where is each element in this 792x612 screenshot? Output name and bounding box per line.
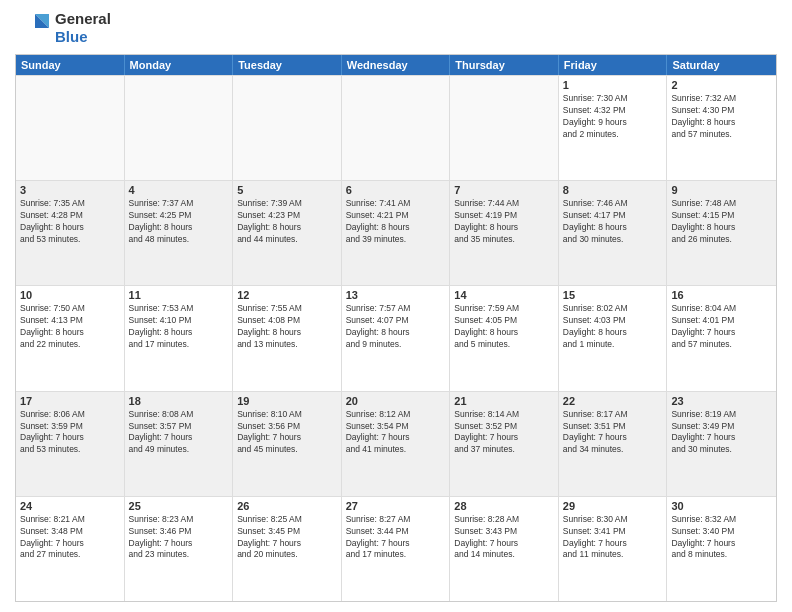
calendar-cell: 16Sunrise: 8:04 AM Sunset: 4:01 PM Dayli… bbox=[667, 286, 776, 390]
calendar-cell: 22Sunrise: 8:17 AM Sunset: 3:51 PM Dayli… bbox=[559, 392, 668, 496]
day-info: Sunrise: 7:37 AM Sunset: 4:25 PM Dayligh… bbox=[129, 198, 229, 246]
day-number: 13 bbox=[346, 289, 446, 301]
day-number: 23 bbox=[671, 395, 772, 407]
day-info: Sunrise: 7:46 AM Sunset: 4:17 PM Dayligh… bbox=[563, 198, 663, 246]
calendar-cell-empty bbox=[16, 76, 125, 180]
day-info: Sunrise: 8:28 AM Sunset: 3:43 PM Dayligh… bbox=[454, 514, 554, 562]
day-number: 30 bbox=[671, 500, 772, 512]
day-number: 25 bbox=[129, 500, 229, 512]
logo-wordmark: General Blue bbox=[55, 10, 111, 45]
calendar-cell: 3Sunrise: 7:35 AM Sunset: 4:28 PM Daylig… bbox=[16, 181, 125, 285]
calendar-cell: 11Sunrise: 7:53 AM Sunset: 4:10 PM Dayli… bbox=[125, 286, 234, 390]
day-number: 8 bbox=[563, 184, 663, 196]
logo: General Blue bbox=[15, 10, 111, 46]
day-info: Sunrise: 7:59 AM Sunset: 4:05 PM Dayligh… bbox=[454, 303, 554, 351]
day-info: Sunrise: 8:27 AM Sunset: 3:44 PM Dayligh… bbox=[346, 514, 446, 562]
day-number: 28 bbox=[454, 500, 554, 512]
calendar-cell: 18Sunrise: 8:08 AM Sunset: 3:57 PM Dayli… bbox=[125, 392, 234, 496]
day-info: Sunrise: 8:08 AM Sunset: 3:57 PM Dayligh… bbox=[129, 409, 229, 457]
calendar-cell: 20Sunrise: 8:12 AM Sunset: 3:54 PM Dayli… bbox=[342, 392, 451, 496]
calendar-header-cell: Thursday bbox=[450, 55, 559, 75]
day-number: 11 bbox=[129, 289, 229, 301]
calendar-header-cell: Friday bbox=[559, 55, 668, 75]
day-number: 26 bbox=[237, 500, 337, 512]
calendar-cell-empty bbox=[450, 76, 559, 180]
calendar-cell: 21Sunrise: 8:14 AM Sunset: 3:52 PM Dayli… bbox=[450, 392, 559, 496]
day-number: 15 bbox=[563, 289, 663, 301]
day-info: Sunrise: 8:10 AM Sunset: 3:56 PM Dayligh… bbox=[237, 409, 337, 457]
calendar-cell: 29Sunrise: 8:30 AM Sunset: 3:41 PM Dayli… bbox=[559, 497, 668, 601]
calendar-cell: 13Sunrise: 7:57 AM Sunset: 4:07 PM Dayli… bbox=[342, 286, 451, 390]
logo-blue-text: Blue bbox=[55, 28, 88, 45]
day-number: 4 bbox=[129, 184, 229, 196]
page: General Blue SundayMondayTuesdayWednesda… bbox=[0, 0, 792, 612]
day-number: 14 bbox=[454, 289, 554, 301]
calendar-cell: 27Sunrise: 8:27 AM Sunset: 3:44 PM Dayli… bbox=[342, 497, 451, 601]
calendar-cell: 30Sunrise: 8:32 AM Sunset: 3:40 PM Dayli… bbox=[667, 497, 776, 601]
day-info: Sunrise: 7:50 AM Sunset: 4:13 PM Dayligh… bbox=[20, 303, 120, 351]
day-info: Sunrise: 8:02 AM Sunset: 4:03 PM Dayligh… bbox=[563, 303, 663, 351]
logo-general-text: General bbox=[55, 10, 111, 27]
calendar-header-cell: Monday bbox=[125, 55, 234, 75]
calendar-cell: 8Sunrise: 7:46 AM Sunset: 4:17 PM Daylig… bbox=[559, 181, 668, 285]
calendar-row: 17Sunrise: 8:06 AM Sunset: 3:59 PM Dayli… bbox=[16, 391, 776, 496]
day-info: Sunrise: 8:14 AM Sunset: 3:52 PM Dayligh… bbox=[454, 409, 554, 457]
logo-svg bbox=[15, 10, 51, 46]
header: General Blue bbox=[15, 10, 777, 46]
calendar-cell: 10Sunrise: 7:50 AM Sunset: 4:13 PM Dayli… bbox=[16, 286, 125, 390]
day-info: Sunrise: 7:55 AM Sunset: 4:08 PM Dayligh… bbox=[237, 303, 337, 351]
day-number: 9 bbox=[671, 184, 772, 196]
calendar-cell: 1Sunrise: 7:30 AM Sunset: 4:32 PM Daylig… bbox=[559, 76, 668, 180]
day-info: Sunrise: 8:12 AM Sunset: 3:54 PM Dayligh… bbox=[346, 409, 446, 457]
calendar-cell-empty bbox=[342, 76, 451, 180]
day-info: Sunrise: 8:21 AM Sunset: 3:48 PM Dayligh… bbox=[20, 514, 120, 562]
calendar-cell: 2Sunrise: 7:32 AM Sunset: 4:30 PM Daylig… bbox=[667, 76, 776, 180]
day-number: 29 bbox=[563, 500, 663, 512]
calendar-cell: 15Sunrise: 8:02 AM Sunset: 4:03 PM Dayli… bbox=[559, 286, 668, 390]
calendar-cell: 19Sunrise: 8:10 AM Sunset: 3:56 PM Dayli… bbox=[233, 392, 342, 496]
day-number: 10 bbox=[20, 289, 120, 301]
day-number: 27 bbox=[346, 500, 446, 512]
day-info: Sunrise: 8:04 AM Sunset: 4:01 PM Dayligh… bbox=[671, 303, 772, 351]
calendar-cell-empty bbox=[233, 76, 342, 180]
day-info: Sunrise: 7:32 AM Sunset: 4:30 PM Dayligh… bbox=[671, 93, 772, 141]
calendar-cell: 23Sunrise: 8:19 AM Sunset: 3:49 PM Dayli… bbox=[667, 392, 776, 496]
calendar-cell: 17Sunrise: 8:06 AM Sunset: 3:59 PM Dayli… bbox=[16, 392, 125, 496]
calendar-cell: 26Sunrise: 8:25 AM Sunset: 3:45 PM Dayli… bbox=[233, 497, 342, 601]
day-info: Sunrise: 7:48 AM Sunset: 4:15 PM Dayligh… bbox=[671, 198, 772, 246]
calendar-header: SundayMondayTuesdayWednesdayThursdayFrid… bbox=[16, 55, 776, 75]
day-info: Sunrise: 7:53 AM Sunset: 4:10 PM Dayligh… bbox=[129, 303, 229, 351]
calendar-cell: 14Sunrise: 7:59 AM Sunset: 4:05 PM Dayli… bbox=[450, 286, 559, 390]
calendar-row: 1Sunrise: 7:30 AM Sunset: 4:32 PM Daylig… bbox=[16, 75, 776, 180]
day-info: Sunrise: 7:41 AM Sunset: 4:21 PM Dayligh… bbox=[346, 198, 446, 246]
day-info: Sunrise: 8:17 AM Sunset: 3:51 PM Dayligh… bbox=[563, 409, 663, 457]
calendar-body: 1Sunrise: 7:30 AM Sunset: 4:32 PM Daylig… bbox=[16, 75, 776, 601]
calendar-header-cell: Wednesday bbox=[342, 55, 451, 75]
day-info: Sunrise: 7:35 AM Sunset: 4:28 PM Dayligh… bbox=[20, 198, 120, 246]
calendar-header-cell: Tuesday bbox=[233, 55, 342, 75]
calendar-cell: 6Sunrise: 7:41 AM Sunset: 4:21 PM Daylig… bbox=[342, 181, 451, 285]
calendar-cell: 9Sunrise: 7:48 AM Sunset: 4:15 PM Daylig… bbox=[667, 181, 776, 285]
day-number: 18 bbox=[129, 395, 229, 407]
day-number: 19 bbox=[237, 395, 337, 407]
calendar-cell: 28Sunrise: 8:28 AM Sunset: 3:43 PM Dayli… bbox=[450, 497, 559, 601]
calendar-header-cell: Sunday bbox=[16, 55, 125, 75]
calendar: SundayMondayTuesdayWednesdayThursdayFrid… bbox=[15, 54, 777, 602]
calendar-header-cell: Saturday bbox=[667, 55, 776, 75]
calendar-cell: 25Sunrise: 8:23 AM Sunset: 3:46 PM Dayli… bbox=[125, 497, 234, 601]
day-number: 20 bbox=[346, 395, 446, 407]
day-info: Sunrise: 8:32 AM Sunset: 3:40 PM Dayligh… bbox=[671, 514, 772, 562]
day-number: 12 bbox=[237, 289, 337, 301]
day-info: Sunrise: 7:44 AM Sunset: 4:19 PM Dayligh… bbox=[454, 198, 554, 246]
day-number: 5 bbox=[237, 184, 337, 196]
calendar-row: 3Sunrise: 7:35 AM Sunset: 4:28 PM Daylig… bbox=[16, 180, 776, 285]
day-number: 1 bbox=[563, 79, 663, 91]
calendar-cell-empty bbox=[125, 76, 234, 180]
calendar-cell: 7Sunrise: 7:44 AM Sunset: 4:19 PM Daylig… bbox=[450, 181, 559, 285]
day-info: Sunrise: 7:30 AM Sunset: 4:32 PM Dayligh… bbox=[563, 93, 663, 141]
day-info: Sunrise: 7:39 AM Sunset: 4:23 PM Dayligh… bbox=[237, 198, 337, 246]
day-info: Sunrise: 8:19 AM Sunset: 3:49 PM Dayligh… bbox=[671, 409, 772, 457]
calendar-cell: 5Sunrise: 7:39 AM Sunset: 4:23 PM Daylig… bbox=[233, 181, 342, 285]
calendar-row: 10Sunrise: 7:50 AM Sunset: 4:13 PM Dayli… bbox=[16, 285, 776, 390]
day-number: 24 bbox=[20, 500, 120, 512]
